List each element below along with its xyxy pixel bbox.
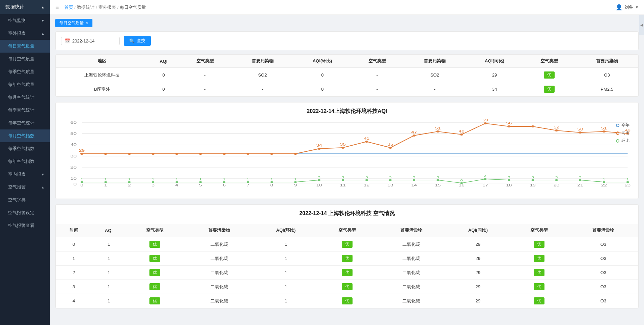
sidebar-group-data-stats[interactable]: 数据统计 ▲ [0,0,50,14]
col-pollutant-tb: 首要污染物 [576,55,638,68]
chart2-title: 2022-12-14 上海轶伦环境科技 空气情况 [56,207,638,220]
svg-text:15: 15 [435,183,441,186]
date-input[interactable] [72,38,116,43]
cell-time: 3 [56,280,92,294]
sidebar-item-yearly-stats[interactable]: 每年空气统计 [0,117,50,129]
sidebar: 数据统计 ▲ 空气监测 ▼ 室外报表 ▲ 每日空气质量 每月空气质量 每季空气质… [0,0,50,325]
cell-air-type-hb: 优 [318,252,376,266]
user-area[interactable]: 👤 刘备 ▼ [616,4,639,10]
dcol-air-type: 空气类型 [125,224,184,237]
svg-point-37 [460,134,463,136]
breadcrumb-sep-1: / [75,5,76,10]
badge-green: 优 [544,71,555,79]
legend-dot-hb [616,139,619,143]
cell-pollutant-tb: O3 [568,294,638,308]
cell-air-type: 优 [125,280,184,294]
svg-point-66 [247,181,249,183]
sidebar-item-seasonal-air[interactable]: 每季空气质量 [0,65,50,78]
sidebar-item-yearly-index[interactable]: 每年空气指数 [0,155,50,168]
cell-aqi: 0 [148,82,179,96]
svg-point-23 [270,153,273,155]
svg-text:1: 1 [626,178,629,181]
svg-point-72 [318,179,320,181]
svg-text:56: 56 [506,121,512,125]
search-button[interactable]: 🔍 查拢 [124,36,151,46]
svg-text:1: 1 [104,183,107,186]
svg-point-52 [81,181,83,183]
svg-point-31 [389,147,392,149]
dcol-aqi-hb: AQI(环比) [254,224,318,237]
search-icon: 🔍 [129,38,135,43]
menu-icon[interactable]: ≡ [55,4,59,11]
sidebar-item-air-dict[interactable]: 空气字典 [0,194,50,206]
breadcrumb-data-stats[interactable]: 数据统计 [77,4,94,10]
cell-aqi-hb: 1 [254,280,318,294]
svg-text:19: 19 [530,183,536,186]
breadcrumb: 首页 / 数据统计 / 室外报表 / 每日空气质量 [64,4,613,10]
svg-point-20 [199,153,202,155]
badge-green: 优 [534,297,544,304]
sidebar-item-daily-air[interactable]: 每日空气质量 [0,40,50,53]
col-pollutant: 首要污染物 [231,55,294,68]
dcol-air-type-tb: 空气类型 [510,224,568,237]
sidebar-item-alarm-settings[interactable]: 空气报警设定 [0,206,50,219]
sidebar-item-alarm-view[interactable]: 空气报警查看 [0,219,50,232]
svg-text:20: 20 [70,165,77,169]
svg-point-22 [246,153,249,155]
user-icon: 👤 [616,4,622,10]
col-air-type: 空气类型 [179,55,231,68]
tab-close-icon[interactable]: × [86,21,88,26]
sidebar-item-seasonal-stats[interactable]: 每季空气统计 [0,104,50,117]
svg-text:14: 14 [411,183,417,186]
summary-table: 地区 AQI 空气类型 首要污染物 AQI(环比) 空气类型 首要污染物 AQI… [56,55,638,96]
badge-green: 优 [534,283,544,290]
cell-aqi-tb: 29 [466,68,523,82]
svg-text:1: 1 [152,178,155,181]
col-aqi: AQI [148,55,179,68]
sidebar-item-yearly-air[interactable]: 每年空气质量 [0,78,50,91]
svg-text:2: 2 [128,183,131,186]
svg-text:35: 35 [340,143,346,147]
svg-text:3: 3 [413,176,416,179]
svg-text:1: 1 [294,178,297,181]
tab-daily-air-quality[interactable]: 每日空气质量 × [55,19,92,27]
breadcrumb-home[interactable]: 首页 [64,4,73,10]
sidebar-item-monthly-index[interactable]: 每月空气指数 [0,129,50,142]
cell-air-type-hb: 优 [318,237,376,252]
sidebar-item-indoor-report[interactable]: 室内报表 ▼ [0,168,50,181]
sidebar-item-outdoor-report[interactable]: 室外报表 ▲ [0,27,50,40]
svg-point-44 [555,129,558,131]
svg-point-90 [531,179,534,181]
svg-point-80 [413,179,416,181]
cell-air-type: 优 [125,294,184,308]
svg-point-94 [579,179,582,181]
sidebar-item-monthly-stats[interactable]: 每月空气统计 [0,91,50,104]
sidebar-item-seasonal-index[interactable]: 每季空气指数 [0,142,50,155]
sidebar-item-air-monitor[interactable]: 空气监测 ▼ [0,14,50,27]
svg-text:1: 1 [104,178,107,181]
svg-text:17: 17 [482,183,488,186]
badge-green: 优 [342,255,353,262]
cell-pollutant-hb: 二氧化碳 [376,280,446,294]
cell-air-type-hb: 优 [318,294,376,308]
svg-text:9: 9 [294,183,297,186]
breadcrumb-outdoor-report[interactable]: 室外报表 [99,4,116,10]
username: 刘备 [624,4,633,10]
svg-text:47: 47 [411,130,417,135]
svg-point-46 [579,131,582,134]
cell-area: 上海轶伦环境科技 [56,68,148,82]
dcol-air-type-hb: 空气类型 [318,224,376,237]
cell-pollutant: 二氧化碳 [184,266,254,280]
cell-aqi-hb: 1 [254,266,318,280]
svg-text:20: 20 [554,183,559,186]
cell-aqi-tb: 29 [446,252,510,266]
cell-aqi-hb: 1 [254,237,318,252]
cell-aqi-tb: 29 [446,280,510,294]
side-collapse-btn[interactable]: ◀ [639,15,644,35]
table-row: 1 1 优 二氧化碳 1 优 二氧化碳 29 优 O3 [56,252,638,266]
badge-green: 优 [149,241,160,248]
sidebar-item-air-alarm[interactable]: 空气报警 ▲ [0,181,50,194]
svg-text:23: 23 [625,183,631,186]
svg-point-21 [223,153,226,155]
sidebar-item-monthly-air[interactable]: 每月空气质量 [0,53,50,65]
